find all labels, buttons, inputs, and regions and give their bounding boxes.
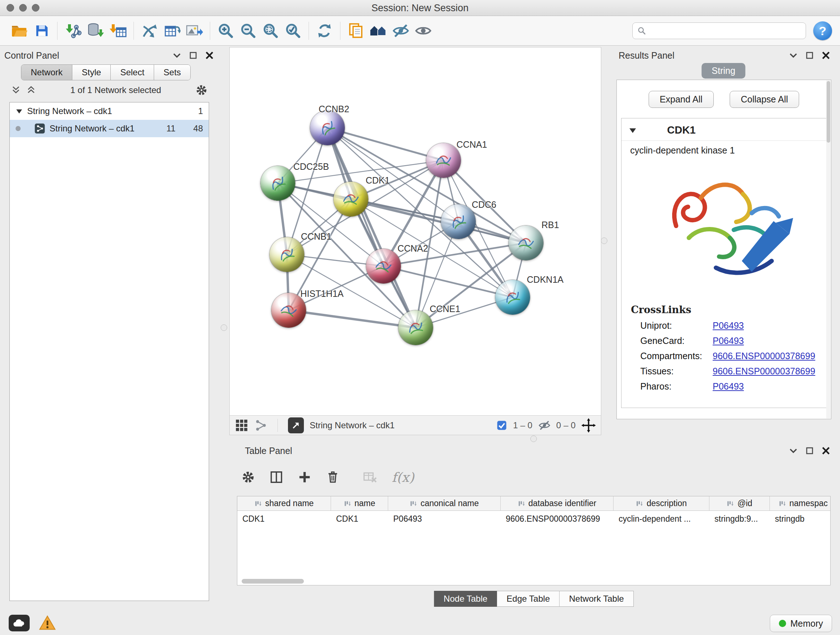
close-icon[interactable] bbox=[821, 51, 831, 60]
traffic-zoom-button[interactable] bbox=[32, 4, 39, 11]
open-session-button[interactable] bbox=[8, 19, 30, 42]
network-node-rb1[interactable] bbox=[508, 226, 543, 260]
network-edge[interactable] bbox=[289, 310, 416, 328]
network-node-ccnb1[interactable] bbox=[270, 237, 304, 272]
horizontal-scrollbar[interactable] bbox=[242, 579, 304, 584]
close-icon[interactable] bbox=[205, 51, 214, 60]
column-header--id[interactable]: @id bbox=[709, 496, 770, 510]
crosslink-link[interactable]: P06493 bbox=[713, 381, 744, 392]
save-session-button[interactable] bbox=[30, 19, 53, 42]
float-window-icon[interactable] bbox=[805, 447, 814, 455]
column-header-canonical-name[interactable]: canonical name bbox=[388, 496, 501, 510]
column-header-name[interactable]: name bbox=[331, 496, 388, 510]
show-columns-icon[interactable] bbox=[270, 470, 283, 484]
network-node-ccne1[interactable] bbox=[398, 310, 433, 345]
refresh-layout-button[interactable] bbox=[313, 19, 336, 42]
column-header-database-identifier[interactable]: database identifier bbox=[501, 496, 614, 510]
tab-sets[interactable]: Sets bbox=[154, 65, 190, 80]
tab-network-table[interactable]: Network Table bbox=[560, 591, 634, 607]
tree-network-row[interactable]: String Network – cdk1 11 48 bbox=[10, 120, 209, 137]
add-column-icon[interactable] bbox=[298, 470, 311, 484]
export-image-button[interactable] bbox=[183, 19, 205, 42]
function-builder-icon[interactable]: f(x) bbox=[392, 470, 414, 485]
tab-style[interactable]: Style bbox=[73, 65, 111, 80]
hide-graphics-details-button[interactable] bbox=[390, 19, 412, 42]
traffic-close-button[interactable] bbox=[6, 4, 14, 11]
birdseye-grid-icon[interactable] bbox=[235, 418, 248, 432]
column-header-description[interactable]: description bbox=[614, 496, 709, 510]
share-network-icon[interactable] bbox=[254, 419, 267, 432]
table-settings-gear-icon[interactable] bbox=[241, 470, 255, 484]
column-header-shared-name[interactable]: shared name bbox=[237, 496, 331, 510]
network-node-cdkn1a[interactable] bbox=[495, 280, 530, 315]
table-cell[interactable]: CDK1 bbox=[331, 511, 388, 527]
import-network-database-button[interactable] bbox=[84, 19, 107, 42]
collapse-all-icon[interactable] bbox=[11, 85, 21, 95]
close-icon[interactable] bbox=[821, 446, 831, 455]
float-window-icon[interactable] bbox=[805, 51, 814, 60]
delete-column-trash-icon[interactable] bbox=[326, 470, 340, 484]
results-scrollbar[interactable] bbox=[826, 80, 831, 418]
table-cell[interactable]: stringdb bbox=[770, 511, 831, 527]
import-table-button[interactable] bbox=[107, 19, 129, 42]
network-from-selection-button[interactable] bbox=[138, 19, 161, 42]
network-node-cdk1[interactable] bbox=[333, 182, 368, 217]
crosslink-link[interactable]: 9606.ENSP00000378699 bbox=[713, 366, 815, 377]
selected-checkbox-icon[interactable] bbox=[496, 420, 507, 431]
export-table-button[interactable] bbox=[161, 19, 183, 42]
import-network-file-button[interactable] bbox=[62, 19, 84, 42]
zoom-selected-button[interactable] bbox=[282, 19, 304, 42]
zoom-fit-button[interactable] bbox=[259, 19, 282, 42]
vertical-splitter-handle[interactable] bbox=[601, 238, 607, 244]
tab-node-table[interactable]: Node Table bbox=[434, 591, 497, 607]
pan-crosshair-icon[interactable] bbox=[581, 418, 596, 432]
collapse-all-button[interactable]: Collapse All bbox=[729, 91, 799, 108]
memory-button[interactable]: Memory bbox=[770, 615, 832, 632]
network-edge[interactable] bbox=[351, 199, 526, 243]
network-node-ccna1[interactable] bbox=[426, 143, 461, 178]
crosslink-link[interactable]: P06493 bbox=[713, 320, 744, 331]
network-node-cdc25b[interactable] bbox=[261, 166, 295, 201]
vertical-splitter-handle[interactable] bbox=[221, 325, 227, 331]
search-input[interactable] bbox=[650, 26, 801, 36]
chevron-down-icon[interactable] bbox=[789, 52, 798, 59]
tab-string[interactable]: String bbox=[701, 63, 745, 79]
tab-edge-table[interactable]: Edge Table bbox=[497, 591, 560, 607]
column-header-namespac[interactable]: namespac bbox=[770, 496, 831, 510]
table-cell[interactable]: P06493 bbox=[388, 511, 501, 527]
tree-collection-row[interactable]: String Network – cdk1 1 bbox=[10, 103, 209, 120]
table-row[interactable]: CDK1CDK1P064939606.ENSP00000378699cyclin… bbox=[237, 511, 830, 527]
help-button[interactable]: ? bbox=[813, 21, 832, 40]
cloud-button[interactable] bbox=[9, 615, 30, 631]
network-node-ccnb2[interactable] bbox=[310, 111, 345, 145]
warning-icon[interactable] bbox=[38, 615, 57, 631]
home-views-button[interactable] bbox=[367, 19, 390, 42]
entry-disclosure-triangle-icon[interactable] bbox=[629, 127, 637, 134]
table-cell[interactable]: cyclin-dependent ... bbox=[614, 511, 709, 527]
horizontal-splitter-handle[interactable] bbox=[531, 435, 537, 442]
tab-network[interactable]: Network bbox=[21, 65, 73, 80]
chevron-down-icon[interactable] bbox=[789, 447, 798, 454]
zoom-out-button[interactable] bbox=[237, 19, 259, 42]
network-node-cdc6[interactable] bbox=[441, 204, 476, 239]
expand-all-button[interactable]: Expand All bbox=[649, 91, 714, 108]
table-cell[interactable]: stringdb:9... bbox=[709, 511, 770, 527]
network-node-ccna2[interactable] bbox=[366, 249, 401, 283]
export-documents-button[interactable] bbox=[345, 19, 367, 42]
zoom-in-button[interactable] bbox=[215, 19, 237, 42]
table-cell[interactable]: CDK1 bbox=[237, 511, 331, 527]
gear-icon[interactable] bbox=[195, 84, 208, 96]
network-canvas[interactable]: CCNB2CCNA1CDC25BCDK1CDC6RB1CCNB1CCNA2CDK… bbox=[230, 48, 601, 415]
tab-select[interactable]: Select bbox=[111, 65, 154, 80]
chevron-down-icon[interactable] bbox=[172, 52, 182, 59]
expand-all-icon[interactable] bbox=[26, 85, 36, 95]
float-window-icon[interactable] bbox=[189, 51, 197, 60]
crosslink-link[interactable]: P06493 bbox=[713, 336, 744, 346]
crosslink-link[interactable]: 9606.ENSP00000378699 bbox=[713, 351, 815, 361]
disclosure-triangle-icon[interactable] bbox=[16, 108, 23, 114]
open-in-window-button[interactable] bbox=[288, 417, 304, 433]
show-graphics-details-button[interactable] bbox=[412, 19, 434, 42]
traffic-minimize-button[interactable] bbox=[19, 4, 27, 11]
table-cell[interactable]: 9606.ENSP00000378699 bbox=[501, 511, 614, 527]
hidden-eye-slash-icon[interactable] bbox=[538, 419, 551, 432]
